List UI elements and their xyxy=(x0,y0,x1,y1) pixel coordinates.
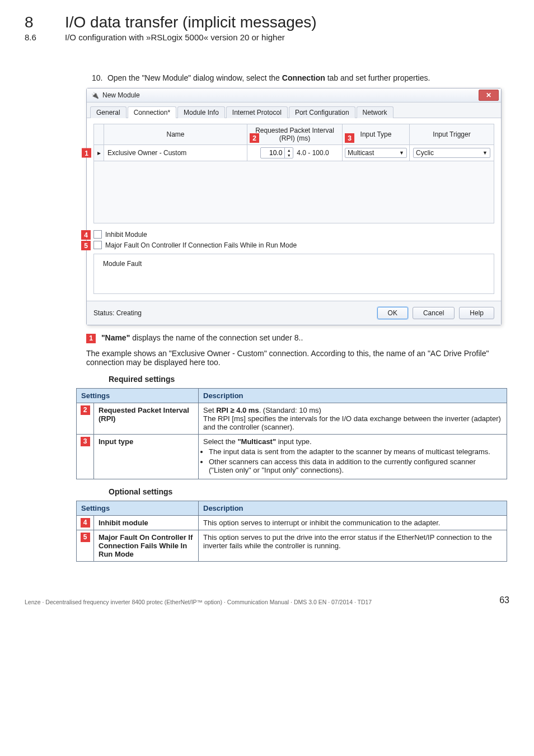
cancel-button[interactable]: Cancel xyxy=(413,307,455,319)
chevron-down-icon: ▼ xyxy=(399,150,404,156)
step-text: Open the "New Module" dialog window, sel… xyxy=(107,73,430,82)
close-button[interactable]: ✕ xyxy=(479,90,499,101)
footer-left: Lenze · Decentralised frequency inverter… xyxy=(25,599,372,605)
input-trigger-value: Cyclic xyxy=(416,149,434,157)
desc-bullet: The input data is sent from the adapter … xyxy=(209,447,502,456)
desc-strong: "Multicast" xyxy=(237,437,276,446)
check-inhibit-module[interactable]: 4 Inhibit Module xyxy=(93,230,494,239)
dialog-title: New Module xyxy=(102,91,140,99)
optional-settings-table: Settings Description 4 Inhibit module Th… xyxy=(76,501,507,562)
callout-5-inline: 5 xyxy=(81,533,90,542)
dialog-footer: Status: Creating OK Cancel Help xyxy=(87,301,501,325)
input-type-dropdown[interactable]: Multicast ▼ xyxy=(345,148,407,158)
table-row: 5 Major Fault On Controller If Connectio… xyxy=(77,530,507,561)
help-button[interactable]: Help xyxy=(459,307,494,319)
tab-bar: General Connection* Module Info Internet… xyxy=(87,102,501,118)
grid-empty-area xyxy=(94,161,494,223)
callout-3: 3 xyxy=(345,133,354,143)
check-inhibit-label: Inhibit Module xyxy=(105,231,147,239)
row-marker: ▸ 1 xyxy=(94,145,104,161)
optional-settings-heading: Optional settings xyxy=(109,487,509,496)
check-group: 4 Inhibit Module 5 Major Fault On Contro… xyxy=(93,230,494,249)
callout-4-inline: 4 xyxy=(81,518,90,528)
callout-1-inline: 1 xyxy=(86,334,96,343)
desc-seg: Select the xyxy=(203,437,237,446)
explain-paragraph: The example shows an "Exclusive Owner - … xyxy=(86,349,509,367)
spinner-down-icon[interactable]: ▼ xyxy=(285,153,293,158)
th-settings: Settings xyxy=(77,388,199,403)
row-callout-cell: 2 xyxy=(77,403,94,434)
subsection-number: 8.6 xyxy=(25,32,51,42)
desc-seg: The RPI [ms] specifies the intervals for… xyxy=(203,414,501,431)
callout-1: 1 xyxy=(82,148,91,158)
input-trigger-dropdown[interactable]: Cyclic ▼ xyxy=(413,148,490,158)
ok-button[interactable]: OK xyxy=(377,307,408,319)
page: 8 I/O data transfer (implicit messages) … xyxy=(0,0,534,628)
close-icon: ✕ xyxy=(486,91,491,99)
checkbox-inhibit[interactable] xyxy=(93,230,102,239)
table-header-row: Settings Description xyxy=(77,501,507,515)
step-text-a: Open the "New Module" dialog window, sel… xyxy=(107,73,282,82)
callout-3-inline: 3 xyxy=(81,437,90,446)
row-description: Select the "Multicast" input type. The i… xyxy=(199,434,507,479)
step-text-strong: Connection xyxy=(282,73,325,82)
row-description: This option serves to interrupt or inhib… xyxy=(199,515,507,530)
section-number: 8 xyxy=(25,13,51,31)
desc-seg: Set xyxy=(203,406,216,414)
row-callout-cell: 5 xyxy=(77,530,94,561)
th-description: Description xyxy=(199,501,507,515)
spinner-arrows[interactable]: ▲ ▼ xyxy=(284,148,293,158)
grid-header-rpi: Requested Packet Interval (RPI) (ms) 2 xyxy=(247,124,343,145)
rpi-value-input[interactable] xyxy=(261,149,284,157)
grid-header-blank xyxy=(94,124,104,145)
step-10: 10. Open the "New Module" dialog window,… xyxy=(92,73,509,82)
connection-grid: Name Requested Packet Interval (RPI) (ms… xyxy=(93,124,494,223)
rpi-inner: ▲ ▼ 4.0 - 100.0 xyxy=(251,147,339,158)
row-callout-cell: 4 xyxy=(77,515,94,530)
grid-header: Name Requested Packet Interval (RPI) (ms… xyxy=(94,124,494,145)
chapter-heading: 8 I/O data transfer (implicit messages) xyxy=(25,13,509,31)
spinner-up-icon[interactable]: ▲ xyxy=(285,148,293,153)
cell-rpi: ▲ ▼ 4.0 - 100.0 xyxy=(247,145,343,161)
row-setting: Major Fault On Controller If Connection … xyxy=(94,530,199,561)
separator-dashes: _ _ _ _ _ _ _ _ _ _ _ _ _ _ _ _ _ _ _ _ … xyxy=(25,49,509,58)
step-text-b: tab and set further properties. xyxy=(325,73,430,82)
step-number: 10. xyxy=(92,73,105,82)
tab-general[interactable]: General xyxy=(90,106,127,118)
row-setting: Inhibit module xyxy=(94,515,199,530)
grid-header-name: Name xyxy=(104,124,247,145)
desc-seg: . (Standard: 10 ms) xyxy=(259,406,321,414)
dialog-titlebar: 🔌 New Module ✕ xyxy=(87,88,501,102)
callout-2: 2 xyxy=(250,133,259,143)
app-icon: 🔌 xyxy=(91,91,99,99)
tab-connection[interactable]: Connection* xyxy=(128,106,176,118)
required-settings-heading: Required settings xyxy=(109,375,509,384)
callout-4: 4 xyxy=(81,230,91,240)
checkbox-major-fault[interactable] xyxy=(93,241,102,249)
grid-header-trigger: Input Trigger xyxy=(410,124,494,145)
check-major-fault[interactable]: 5 Major Fault On Controller If Connectio… xyxy=(93,241,494,249)
grid-row-1: ▸ 1 Exclusive Owner - Custom ▲ ▼ xyxy=(94,145,494,161)
rpi-spinner[interactable]: ▲ ▼ xyxy=(260,147,293,158)
tab-internet-protocol[interactable]: Internet Protocol xyxy=(226,106,288,118)
tab-module-info[interactable]: Module Info xyxy=(177,106,225,118)
th-description: Description xyxy=(199,388,507,403)
check-major-fault-label: Major Fault On Controller If Connection … xyxy=(105,241,297,249)
explain-name-strong: "Name" xyxy=(101,333,130,342)
desc-bullet: Other scanners can access this data in a… xyxy=(209,458,502,474)
cell-input-type: Multicast ▼ xyxy=(343,145,410,161)
row-callout-cell: 3 xyxy=(77,434,94,479)
table-header-row: Settings Description xyxy=(77,388,507,403)
tab-network[interactable]: Network xyxy=(357,106,394,118)
table-row: 2 Requested Packet Interval (RPI) Set RP… xyxy=(77,403,507,434)
page-number: 63 xyxy=(499,595,509,605)
rpi-range: 4.0 - 100.0 xyxy=(297,149,329,157)
row-setting: Input type xyxy=(94,434,199,479)
new-module-dialog: 🔌 New Module ✕ General Connection* Modul… xyxy=(86,88,502,325)
cell-input-trigger: Cyclic ▼ xyxy=(410,145,494,161)
page-footer: Lenze · Decentralised frequency inverter… xyxy=(25,595,509,605)
grid-header-type-text: Input Type xyxy=(360,130,392,138)
tab-port-configuration[interactable]: Port Configuration xyxy=(289,106,355,118)
grid-header-type: Input Type 3 xyxy=(343,124,410,145)
subsection-heading: 8.6 I/O configuration with »RSLogix 5000… xyxy=(25,32,509,42)
